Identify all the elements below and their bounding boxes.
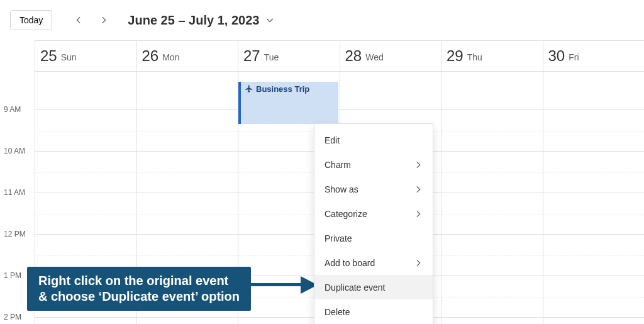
chevron-right-icon (414, 259, 423, 267)
time-label: 2 PM (0, 313, 35, 321)
day-column-thu[interactable] (441, 72, 543, 324)
ctx-label: Delete (325, 307, 350, 317)
callout-line2: & choose ‘Duplicate event’ option (38, 289, 240, 304)
calendar-header: Today June 25 – July 1, 2023 (0, 0, 644, 40)
day-header[interactable]: 29 Thu (441, 41, 543, 71)
chevron-right-icon (414, 185, 423, 194)
ctx-charm[interactable]: Charm (314, 152, 433, 177)
today-button[interactable]: Today (10, 10, 52, 30)
ctx-categorize[interactable]: Categorize (314, 201, 433, 226)
prev-week-button[interactable] (71, 13, 86, 28)
day-header[interactable]: 30 Fri (543, 41, 645, 71)
ctx-label: Charm (325, 160, 351, 170)
day-number: 29 (447, 47, 464, 65)
ctx-delete[interactable]: Delete (314, 299, 433, 324)
day-number: 30 (548, 47, 565, 65)
day-label: Sun (61, 52, 77, 62)
day-header[interactable]: 27 Tue (238, 41, 340, 71)
day-column-fri[interactable] (543, 72, 645, 324)
chevron-right-icon (99, 16, 108, 25)
event-business-trip[interactable]: Business Trip (238, 82, 338, 124)
date-range-label: June 25 – July 1, 2023 (128, 13, 259, 28)
ctx-label: Add to board (325, 258, 375, 268)
day-number: 26 (142, 47, 159, 65)
ctx-add-to-board[interactable]: Add to board (314, 250, 433, 275)
next-week-button[interactable] (96, 13, 111, 28)
ctx-label: Private (325, 233, 352, 243)
time-label: 11 AM (0, 188, 35, 197)
chevron-left-icon (74, 16, 83, 25)
day-label: Thu (467, 52, 482, 62)
ctx-duplicate-event[interactable]: Duplicate event (314, 275, 433, 299)
ctx-label: Edit (325, 135, 340, 145)
day-header[interactable]: 26 Mon (136, 41, 238, 71)
ctx-show-as[interactable]: Show as (314, 177, 433, 201)
ctx-edit[interactable]: Edit (314, 128, 433, 152)
nav-arrows (66, 13, 116, 28)
annotation-arrow-icon (250, 277, 318, 293)
day-label: Tue (264, 52, 279, 62)
context-menu: Edit Charm Show as Categorize Private Ad… (314, 123, 433, 324)
ctx-label: Show as (325, 184, 358, 194)
ctx-private[interactable]: Private (314, 226, 433, 250)
airplane-icon (245, 84, 253, 95)
day-label: Wed (365, 52, 384, 62)
day-number: 27 (243, 47, 260, 65)
chevron-right-icon (414, 209, 423, 218)
chevron-down-icon (265, 16, 274, 25)
time-label: 10 AM (0, 147, 35, 155)
day-number: 25 (40, 47, 57, 65)
day-label: Fri (569, 52, 579, 62)
day-number: 28 (345, 47, 362, 65)
ctx-label: Duplicate event (325, 282, 386, 293)
date-range-picker[interactable]: June 25 – July 1, 2023 (128, 13, 274, 28)
ctx-label: Categorize (325, 209, 367, 219)
time-label: 12 PM (0, 230, 35, 238)
day-headers: 25 Sun 26 Mon 27 Tue 28 Wed 29 Thu 30 Fr… (35, 40, 644, 72)
day-header[interactable]: 28 Wed (340, 41, 441, 71)
day-header[interactable]: 25 Sun (35, 41, 136, 71)
time-label: 9 AM (0, 105, 35, 114)
day-label: Mon (162, 52, 179, 62)
callout-line1: Right click on the original event (38, 273, 240, 289)
annotation-callout: Right click on the original event & choo… (27, 267, 251, 311)
chevron-right-icon (414, 160, 423, 169)
event-title: Business Trip (256, 84, 309, 94)
